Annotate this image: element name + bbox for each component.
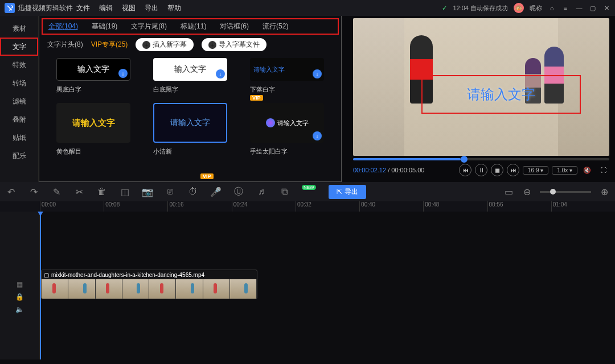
ruler-mark: 00:08 [104,201,167,212]
track-headers: ▦ 🔒 🔈 [0,212,40,359]
ruler-mark: 00:00 [40,201,104,212]
edit-button[interactable]: ✎ [51,187,62,197]
prev-frame-button[interactable]: ⏮ [459,164,472,176]
sun-icon [266,118,275,127]
preview-seek-bar[interactable] [353,158,609,160]
ruler-mark: 00:24 [232,201,296,212]
next-frame-button[interactable]: ⏭ [507,164,519,176]
video-clip[interactable]: ▢mixkit-mother-and-daughters-in-a-kitche… [41,270,257,299]
nickname-label[interactable]: 昵称 [530,4,542,13]
sidebar-item-effects[interactable]: 特效 [0,56,38,74]
sidebar-item-filter[interactable]: 滤镜 [0,92,38,110]
menu-file[interactable]: 文件 [76,3,90,13]
ruler-mark: 00:40 [359,201,423,212]
menu-help[interactable]: 帮助 [167,3,181,13]
volume-button[interactable]: ⎚ [165,187,175,197]
menu-edit[interactable]: 编辑 [99,3,113,13]
text-card-sun[interactable]: VIP 请输入文字 ↓ 手绘太阳白字 [250,103,324,156]
sidebar-item-sticker[interactable]: 贴纸 [0,129,38,147]
menu-icon[interactable]: ≡ [561,4,569,12]
download-icon[interactable]: ↓ [216,69,225,78]
lock-icon[interactable]: 🔒 [15,292,24,301]
tab-vip[interactable]: VIP专享(25) [91,40,128,49]
ruler-mark: 00:32 [296,201,359,212]
ruler-mark: 01:04 [551,201,615,212]
tab-dialog[interactable]: 对话框(6) [220,22,249,31]
time-display: 00:00:02.12 / 00:00:05.00 [353,167,424,173]
text-overlay-box[interactable]: 请输入文字 [421,75,581,114]
marker-button[interactable]: ♬ [256,187,266,197]
zoom-in-button[interactable]: ⊕ [599,187,609,197]
text-category-tabs: 全部(104) 基础(19) 文字片尾(8) 标题(11) 对话框(6) 流行(… [42,18,339,35]
cut-button[interactable]: ✂ [74,187,84,197]
tab-all[interactable]: 全部(104) [48,22,78,31]
sidebar-item-media[interactable]: 素材 [0,19,38,38]
plus-icon: + [142,41,150,49]
menu-view[interactable]: 视图 [122,3,136,13]
maximize-icon[interactable]: ▢ [589,4,597,12]
close-icon[interactable]: ✕ [602,4,610,12]
export-button[interactable]: ⇱ 导出 [329,185,366,199]
menu-export[interactable]: 导出 [145,3,158,13]
ruler-mark: 00:56 [487,201,551,212]
mute-icon[interactable]: 🔇 [581,164,593,176]
mute-track-icon[interactable]: 🔈 [15,305,24,314]
zoom-out-button[interactable]: ⊖ [522,187,532,197]
sidebar-item-overlay[interactable]: 叠附 [0,110,38,129]
text-card-whiteblack[interactable]: 输入文字↓ 白底黑字 [153,58,227,94]
insert-subtitle-button[interactable]: +插入新字幕 [136,38,194,51]
download-icon[interactable]: ↓ [313,131,322,140]
tab-title[interactable]: 标题(11) [181,22,206,31]
sidebar-item-music[interactable]: 配乐 [0,147,38,165]
plus-icon: + [208,41,216,49]
group-button[interactable]: ⧉ [279,187,289,197]
sidebar-item-text[interactable]: 文字 [0,38,38,56]
download-icon[interactable]: ↓ [118,69,128,78]
magnet-button[interactable]: Ⓤ [233,187,244,197]
check-icon: ✓ [442,5,447,12]
tab-ending[interactable]: 文字片尾(8) [131,22,167,31]
vip-badge: VIP [250,95,263,101]
speed-select[interactable]: 1.0x ▾ [552,166,577,175]
playhead[interactable] [40,212,41,359]
avatar[interactable]: 🐵 [514,3,524,13]
zoom-slider[interactable] [540,191,591,193]
delete-button[interactable]: 🗑 [97,187,107,197]
fullscreen-icon[interactable]: ⛶ [597,164,609,176]
clip-filename: mixkit-mother-and-daughters-in-a-kitchen… [51,272,204,278]
fit-button[interactable]: ▭ [503,187,514,197]
camera-button[interactable]: 📷 [142,187,153,197]
aspect-ratio-select[interactable]: 16:9 ▾ [523,166,548,175]
undo-button[interactable]: ↶ [6,187,16,197]
titlebar: 迅捷视频剪辑软件 文件 编辑 视图 导出 帮助 ✓ 12:04 自动保存成功 🐵… [0,0,615,16]
timeline-ruler[interactable]: 00:00 00:08 00:16 00:24 00:32 00:40 00:4… [0,201,615,212]
play-pause-button[interactable]: ⏸ [475,164,487,176]
tab-opening[interactable]: 文字片头(8) [47,40,83,49]
preview-video[interactable]: 请输入文字 [353,18,609,156]
ruler-mark: 00:48 [423,201,487,212]
download-icon[interactable]: ↓ [313,69,322,78]
seek-handle[interactable] [461,156,468,163]
tab-basic[interactable]: 基础(19) [92,22,117,31]
crop-button[interactable]: ◫ [120,187,130,197]
redo-button[interactable]: ↷ [28,187,39,197]
mic-button[interactable]: 🎤 [211,187,221,197]
text-card-dropwhite[interactable]: 请输入文字↓ 下落白字 [250,58,324,94]
text-card-blackwhite[interactable]: 输入文字↓ 黑底白字 [56,58,130,94]
video-track-icon[interactable]: ▦ [15,280,24,289]
app-logo [5,3,15,13]
home-icon[interactable]: ⌂ [548,4,556,12]
tab-popular[interactable]: 流行(52) [263,22,288,31]
preview-panel: 请输入文字 00:00:02.12 / 00:00:05.00 ⏮ ⏸ ◼ ⏭ … [342,16,615,182]
sidebar-item-transition[interactable]: 转场 [0,74,38,92]
text-card-yellow[interactable]: 请输入文字 黄色醒目 [56,103,130,156]
timeline[interactable]: ▦ 🔒 🔈 ▢mixkit-mother-and-daughters-in-a-… [0,212,615,359]
speed-button[interactable]: ⏱ [188,187,198,197]
text-card-fresh[interactable]: 请输入文字 小清新 [153,103,227,156]
timeline-toolbar: ↶ ↷ ✎ ✂ 🗑 ◫ 📷 ⎚ ⏱ 🎤 Ⓤ ♬ ⧉ NEW ⇱ 导出 ▭ ⊖ ⊕ [0,182,615,201]
stop-button[interactable]: ◼ [491,164,503,176]
import-subtitle-button[interactable]: +导入字幕文件 [202,38,266,51]
new-badge: NEW [302,185,316,190]
text-library-panel: 全部(104) 基础(19) 文字片尾(8) 标题(11) 对话框(6) 流行(… [39,16,342,182]
minimize-icon[interactable]: — [575,4,583,12]
